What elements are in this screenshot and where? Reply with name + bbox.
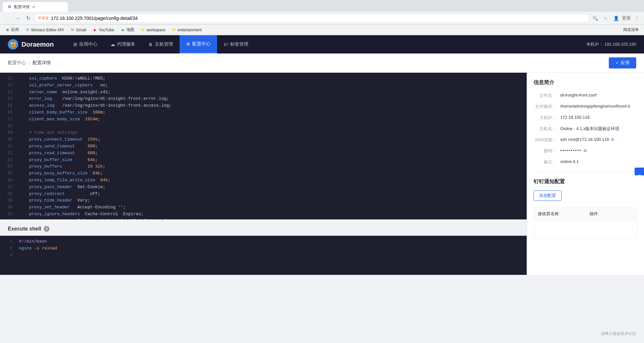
ssh-copy-icon[interactable]: ⧉ <box>611 137 614 142</box>
line-content: proxy_busy_buffers_size 64k; <box>16 170 527 177</box>
nav-item-tags[interactable]: 🏷 标签管理 <box>217 35 255 53</box>
code-line: 20 proxy_connect_timeout 159s; <box>0 136 527 143</box>
breadcrumb-parent[interactable]: 配置中心 <box>8 60 26 66</box>
browser-tabs: ⚙ 配置详情 × <box>0 0 644 12</box>
entertainment-icon: 📁 <box>172 28 176 32</box>
nav-item-tags-label: 标签管理 <box>230 41 248 47</box>
info-section-title: 信息简介 <box>534 79 637 86</box>
line-number: 20 <box>0 136 16 143</box>
info-row-remark: 备注： online-4.1 <box>534 159 637 165</box>
apps-icon: ⊞ <box>5 28 10 32</box>
feedback-tab[interactable]: 反馈 <box>635 168 644 175</box>
bookmarks-bar: ⊞ 应用 M Monaco Editor API M Gmail ▶ YouTu… <box>0 25 644 35</box>
workspace-icon: 📁 <box>141 28 145 32</box>
filepath-label: 文件路径： <box>534 104 556 110</box>
code-editor[interactable]: 11 ssl_ciphers HIGH:!aNULL:!MD5;12 ssl_p… <box>0 73 527 219</box>
menu-button[interactable]: ⋮ <box>632 14 641 23</box>
line-number: 22 <box>0 150 16 157</box>
profile-button[interactable]: 👤 <box>611 14 621 23</box>
line-content: proxy_read_timeout 600; <box>16 150 527 157</box>
line-number: 27 <box>0 184 16 191</box>
line-content: client_max_body_size 1024m; <box>16 116 527 123</box>
youtube-icon: ▶ <box>93 28 97 32</box>
hostip-value: 172.16.100.116 <box>560 115 590 120</box>
ip-value: 192.168.105.180 <box>604 42 636 47</box>
nav-item-host[interactable]: 🖥 主机管理 <box>142 35 180 53</box>
info-row-filename: 文件名： dt-insight-front.conf <box>534 93 637 98</box>
address-bar[interactable]: 不安全 172.16.100.225:7001/page/config-deta… <box>34 14 589 23</box>
forward-button[interactable]: → <box>13 14 22 23</box>
line-number: 3 <box>0 252 16 259</box>
bookmark-monaco[interactable]: M Monaco Editor API <box>23 27 66 33</box>
line-number: 17 <box>0 116 16 123</box>
tab-favicon: ⚙ <box>8 5 11 9</box>
reload-button[interactable]: ↻ <box>23 14 33 23</box>
reader-mode-label: 阅读清单 <box>623 27 639 33</box>
bookmark-youtube-label: YouTube <box>99 28 114 32</box>
nav-item-apps[interactable]: ⊞ 应用中心 <box>67 35 104 53</box>
code-line: 29 proxy_hide_header Vary; <box>0 197 527 204</box>
line-content: nginx -s reload <box>16 245 527 252</box>
line-content: access_log /var/log/nginx/dt-insight-fro… <box>16 102 527 109</box>
bookmark-gmail[interactable]: M Gmail <box>67 27 89 33</box>
password-copy-icon[interactable]: ⧉ <box>584 148 587 153</box>
execute-shell-label: Execute shell <box>8 226 41 232</box>
line-content: ssl_ciphers HIGH:!aNULL:!MD5; <box>16 75 527 82</box>
bookmark-maps[interactable]: ◆ 地图 <box>118 26 137 33</box>
search-button[interactable]: 🔍 <box>591 14 600 23</box>
bookmark-workspace-label: workspace <box>147 28 165 32</box>
line-number: 23 <box>0 157 16 164</box>
line-content: proxy_redirect off; <box>16 191 527 198</box>
apply-button[interactable]: ✓ 应用 <box>609 57 636 68</box>
browser-tab[interactable]: ⚙ 配置详情 × <box>3 2 68 12</box>
bookmark-button[interactable]: ☆ <box>601 14 610 23</box>
help-icon[interactable]: ? <box>44 226 50 232</box>
bookmark-workspace[interactable]: 📁 workspace <box>138 27 168 33</box>
reader-mode-button[interactable]: 阅读清单 <box>621 26 641 33</box>
back-button[interactable]: ← <box>3 14 12 23</box>
table-th-name: 接收群名称 <box>534 208 586 220</box>
bookmark-youtube[interactable]: ▶ YouTube <box>90 27 117 33</box>
ssh-label: SSH连接： <box>534 137 556 143</box>
info-row-hostip: 主机IP： 172.16.100.116 <box>534 115 637 121</box>
info-row-ssh: SSH连接： ssh root@172.16.100.116 ⧉ <box>534 137 637 143</box>
line-number: 16 <box>0 109 16 116</box>
line-number: 28 <box>0 191 16 198</box>
nav-right-ip: 本机IP： 192.168.105.180 <box>586 41 636 47</box>
ssh-value: ssh root@172.16.100.116 ⧉ <box>560 137 614 142</box>
bookmark-maps-label: 地图 <box>126 27 134 33</box>
code-line: 24 proxy_buffers 16 32k; <box>0 163 527 170</box>
code-line: 15 access_log /var/log/nginx/dt-insight-… <box>0 102 527 109</box>
nav-item-config[interactable]: ⚙ 配置中心 <box>180 35 217 53</box>
line-content: proxy_connect_timeout 159s; <box>16 136 527 143</box>
line-content: proxy_send_timeout 600; <box>16 143 527 150</box>
update-button[interactable]: 更新 <box>622 14 631 23</box>
line-content <box>16 252 527 259</box>
add-config-button[interactable]: 添加配置 <box>534 190 562 201</box>
line-content: #!/bin/bash <box>16 238 527 245</box>
tab-close-button[interactable]: × <box>32 4 35 9</box>
filepath-value: /home/admin/app/tengine/conf/conf.d <box>560 104 630 109</box>
browser-chrome: ⚙ 配置详情 × ← → ↻ 不安全 172.16.100.225:7001/p… <box>0 0 644 35</box>
code-line: 14 error_log /var/log/nginx/dt-insight-f… <box>0 96 527 102</box>
gmail-icon: M <box>70 28 75 32</box>
code-line: 13 server_name online.insight.v41; <box>0 89 527 96</box>
line-content: # time out settings <box>16 129 527 136</box>
app-container: 🐱 Doraemon ⊞ 应用中心 ☁ 代理服务 🖥 主机管理 ⚙ 配置中心 🏷 <box>0 35 644 343</box>
filename-label: 文件名： <box>534 93 556 98</box>
ding-table-header: 接收群名称 操作 <box>534 207 637 220</box>
hostname-label: 主机名： <box>534 126 556 132</box>
bookmark-apps[interactable]: ⊞ 应用 <box>3 26 22 33</box>
line-content: server_name online.insight.v41; <box>16 89 527 96</box>
nav-menu: ⊞ 应用中心 ☁ 代理服务 🖥 主机管理 ⚙ 配置中心 🏷 标签管理 <box>67 35 587 53</box>
line-content: ssl_prefer_server_ciphers on; <box>16 82 527 89</box>
line-content: proxy_ignore_headers Cache-Control Expir… <box>16 211 527 218</box>
line-number: 14 <box>0 96 16 102</box>
code-line: 26 proxy_temp_file_write_size 64k; <box>0 177 527 184</box>
shell-code-editor[interactable]: 1#!/bin/bash2nginx -s reload3 <box>0 236 527 275</box>
nav-item-proxy[interactable]: ☁ 代理服务 <box>104 35 142 53</box>
code-line: 16 client_body_buffer_size 100m; <box>0 109 527 116</box>
line-content: proxy_buffers 16 32k; <box>16 163 527 170</box>
line-number: 26 <box>0 177 16 184</box>
bookmark-entertainment[interactable]: 📁 entertainment <box>169 27 204 33</box>
